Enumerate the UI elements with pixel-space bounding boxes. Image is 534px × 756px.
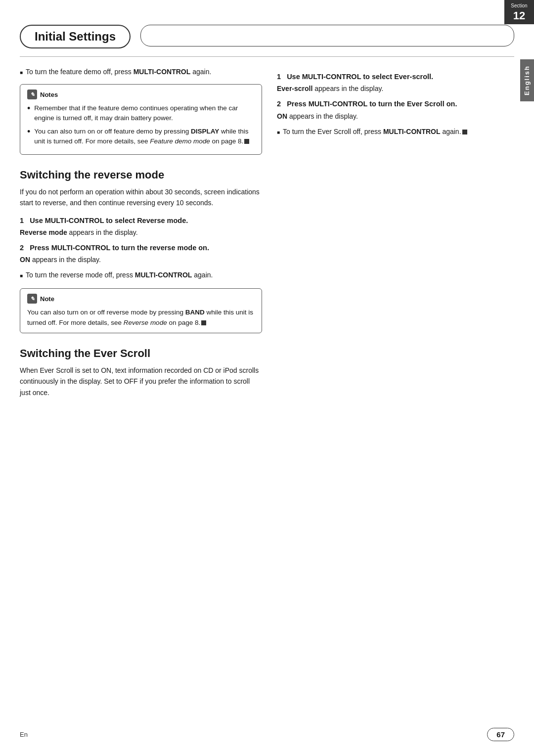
reverse-sub-text: To turn the reverse mode off, press MULT… — [26, 270, 213, 280]
reverse-mode-heading: Switching the reverse mode — [20, 169, 262, 181]
multi-control-bold: MULTI-CONTROL — [134, 68, 191, 76]
display-bold: DISPLAY — [191, 128, 219, 135]
end-marker-icon — [244, 139, 249, 144]
reverse-note-header: ✎ Note — [27, 294, 255, 304]
sub-bullet-arrow-2-icon: ■ — [277, 129, 280, 137]
ever-scroll-step2-heading: 2 Press MULTI-CONTROL to turn the Ever S… — [277, 99, 519, 109]
header-area: Initial Settings — [0, 25, 534, 48]
reverse-step1-heading: 1 Use MULTI-CONTROL to select Reverse mo… — [20, 216, 262, 225]
reverse-step2-heading: 2 Press MULTI-CONTROL to turn the revers… — [20, 243, 262, 253]
notes-label: Notes — [40, 91, 58, 98]
ever-scroll-sub-text: To turn the Ever Scroll off, press MULTI… — [283, 127, 467, 137]
intro-bullet: ■ To turn the feature demo off, press MU… — [20, 67, 262, 77]
reverse-step2-body: ON appears in the display. — [20, 255, 262, 265]
header-right-box — [140, 25, 514, 46]
on-bold-2: ON — [277, 112, 287, 120]
reverse-note-text: You can also turn on or off reverse mode… — [27, 308, 255, 328]
page-footer: En 67 — [0, 728, 534, 741]
reverse-note-icon: ✎ — [27, 294, 37, 304]
end-marker-3-icon — [462, 130, 467, 134]
header-divider — [20, 56, 514, 57]
notes-box: ✎ Notes • Remember that if the feature d… — [20, 84, 262, 155]
right-column: 1 Use MULTI-CONTROL to select Ever-scrol… — [277, 67, 519, 405]
reverse-step2-sub: ■ To turn the reverse mode off, press MU… — [20, 270, 262, 280]
ever-scroll-step2-sub: ■ To turn the Ever Scroll off, press MUL… — [277, 127, 519, 137]
reverse-mode-bold: Reverse mode — [20, 228, 67, 236]
ever-scroll-bold: Ever-scroll — [277, 85, 312, 92]
note-item-1: • Remember that if the feature demo cont… — [27, 103, 255, 124]
note-text-2: You can also turn on or off feature demo… — [34, 127, 255, 147]
left-column: ■ To turn the feature demo off, press MU… — [20, 67, 262, 405]
section-tab: Section 12 — [504, 0, 534, 24]
sub-bullet-arrow-icon: ■ — [20, 272, 23, 280]
band-bold: BAND — [185, 309, 205, 316]
on-bold-1: ON — [20, 256, 30, 264]
ever-scroll-heading: Switching the Ever Scroll — [20, 347, 262, 360]
ever-scroll-step2-body: ON appears in the display. — [277, 111, 519, 122]
section-label: Section — [506, 3, 532, 8]
reverse-note-box: ✎ Note You can also turn on or off rever… — [20, 288, 262, 333]
feature-demo-italic: Feature demo mode — [150, 137, 210, 145]
note-bullet-2-icon: • — [27, 127, 30, 147]
reverse-note-label: Note — [40, 295, 54, 303]
end-marker-2-icon — [201, 320, 206, 325]
ever-scroll-step1-heading: 1 Use MULTI-CONTROL to select Ever-scrol… — [277, 72, 519, 82]
reverse-mode-intro: If you do not perform an operation withi… — [20, 186, 262, 209]
section-number: 12 — [506, 9, 532, 22]
notes-header: ✎ Notes — [27, 89, 255, 99]
footer-page-number: 67 — [487, 728, 514, 741]
ever-scroll-intro: When Ever Scroll is set to ON, text info… — [20, 365, 262, 398]
multi-control-bold-2: MULTI-CONTROL — [135, 271, 192, 279]
notes-icon: ✎ — [27, 89, 37, 99]
main-content: ■ To turn the feature demo off, press MU… — [0, 67, 534, 405]
page-title: Initial Settings — [20, 25, 131, 48]
bullet-arrow-icon: ■ — [20, 69, 23, 77]
note-item-2: • You can also turn on or off feature de… — [27, 127, 255, 147]
reverse-step1-body: Reverse mode appears in the display. — [20, 227, 262, 238]
intro-bullet-text: To turn the feature demo off, press MULT… — [26, 67, 211, 77]
english-tab: English — [520, 59, 534, 101]
ever-scroll-step1-body: Ever-scroll appears in the display. — [277, 84, 519, 94]
multi-control-bold-3: MULTI-CONTROL — [383, 128, 441, 135]
note-text-1: Remember that if the feature demo contin… — [34, 103, 255, 124]
note-bullet-1-icon: • — [27, 103, 30, 124]
reverse-mode-italic: Reverse mode — [124, 319, 167, 326]
footer-en-label: En — [20, 731, 28, 738]
